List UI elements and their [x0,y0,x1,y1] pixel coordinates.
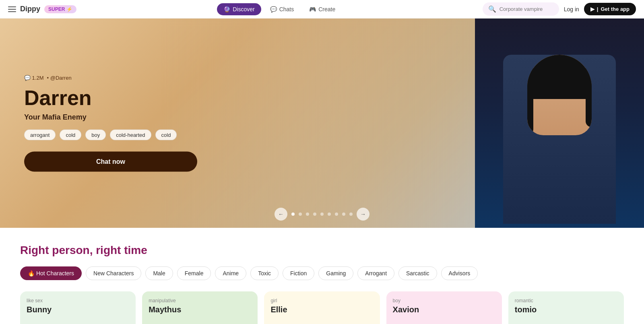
get-app-button[interactable]: ▶ | Get the app [584,3,636,15]
char-hair [527,55,592,99]
carousel-dot[interactable] [299,213,302,216]
hamburger-menu[interactable] [8,5,16,13]
filter-tab[interactable]: New Characters [86,266,141,280]
carousel-dot[interactable] [306,213,309,216]
hero-banner: 💬 1.2M • @Darren Darren Your Mafia Enemy… [0,19,644,228]
create-nav-button[interactable]: 🎮 Create [303,3,342,15]
filter-tabs: 🔥 Hot CharactersNew CharactersMaleFemale… [20,266,624,280]
hero-subtitle: Your Mafia Enemy [24,113,197,122]
character-card[interactable]: manipulativeMaythus [142,291,258,324]
filter-tab[interactable]: Anime [215,266,246,280]
super-badge: SUPER ⚡ [44,5,76,13]
cards-row: like sexBunnymanipulativeMaythusgirlElli… [20,291,624,324]
super-badge-label: SUPER ⚡ [48,6,72,12]
filter-tab[interactable]: 🔥 Hot Characters [20,266,82,280]
login-button[interactable]: Log in [564,6,579,12]
hero-meta: 💬 1.2M • @Darren [24,75,197,81]
section-title: Right person, right time [20,244,624,257]
hero-tag[interactable]: boy [85,130,106,140]
create-label: Create [318,6,335,12]
hero-tag[interactable]: cold [60,130,81,140]
card-name: tomio [515,305,617,314]
hero-tag[interactable]: cold-hearted [110,130,151,140]
card-name: Xavion [393,305,495,314]
card-name: Maythus [149,305,251,314]
search-input[interactable] [500,6,553,12]
character-card[interactable]: like sexBunny [20,291,136,324]
hero-tag[interactable]: arrogant [24,130,56,140]
hero-content: 💬 1.2M • @Darren Darren Your Mafia Enemy… [24,75,197,172]
create-icon: 🎮 [309,6,316,12]
get-app-label: Get the app [601,6,630,12]
character-card[interactable]: girlEllie [264,291,380,324]
hero-title: Darren [24,86,197,110]
card-name: Ellie [270,305,373,314]
carousel-dot[interactable] [342,213,345,216]
chats-icon: 💬 [270,6,277,12]
chat-now-button[interactable]: Chat now [24,152,197,172]
card-tag: manipulative [149,298,251,303]
card-tag: boy [393,298,495,303]
hero-tag[interactable]: cold [155,130,177,140]
card-tag: like sex [27,298,129,303]
filter-tab[interactable]: Gaming [318,266,353,280]
main-content: Right person, right time 🔥 Hot Character… [0,228,644,324]
logo: Dippy [20,5,40,13]
apple-icon: | [597,6,599,12]
filter-tab[interactable]: Advisors [441,266,478,280]
card-tag: girl [270,298,373,303]
nav-right: 🔍 Log in ▶ | Get the app [483,2,636,16]
hero-blur-overlay [161,19,475,228]
carousel-prev-button[interactable]: ← [275,208,287,221]
card-tag: romantic [515,298,617,303]
filter-tab[interactable]: Arrogant [357,266,394,280]
search-icon: 🔍 [488,5,496,13]
carousel-dot[interactable] [313,213,316,216]
carousel-dot[interactable] [320,213,324,216]
chats-label: Chats [279,6,294,12]
char-hair-side-right [586,63,592,127]
carousel-nav: ← → [275,208,369,221]
discover-label: Discover [233,6,254,12]
hero-tags: arrogantcoldboycold-heartedcold [24,130,197,140]
character-silhouette [487,23,632,224]
char-hair-side-left [527,63,533,135]
character-card[interactable]: romantictomio [508,291,624,324]
carousel-dot[interactable] [349,213,353,216]
nav-left: Dippy SUPER ⚡ [8,5,76,13]
hero-stat: 💬 1.2M [24,75,44,81]
hero-character-image [475,19,644,228]
carousel-next-button[interactable]: → [357,208,369,221]
nav-center: 🔮 Discover 💬 Chats 🎮 Create [217,3,342,15]
hero-author: • @Darren [47,75,72,81]
carousel-dot[interactable] [291,213,295,216]
search-bar[interactable]: 🔍 [483,2,559,16]
filter-tab[interactable]: Toxic [250,266,279,280]
play-store-icon: ▶ [590,6,594,12]
filter-tab[interactable]: Fiction [283,266,314,280]
filter-tab[interactable]: Male [145,266,173,280]
navbar: Dippy SUPER ⚡ 🔮 Discover 💬 Chats 🎮 Creat… [0,0,644,19]
discover-icon: 🔮 [223,6,230,12]
card-name: Bunny [27,305,129,314]
chats-nav-button[interactable]: 💬 Chats [264,3,301,15]
character-card[interactable]: boyXavion [386,291,502,324]
filter-tab[interactable]: Female [177,266,211,280]
filter-tab[interactable]: Sarcastic [398,266,437,280]
discover-nav-button[interactable]: 🔮 Discover [217,3,261,15]
carousel-dot[interactable] [328,213,331,216]
carousel-dot[interactable] [335,213,338,216]
char-head [527,55,592,135]
